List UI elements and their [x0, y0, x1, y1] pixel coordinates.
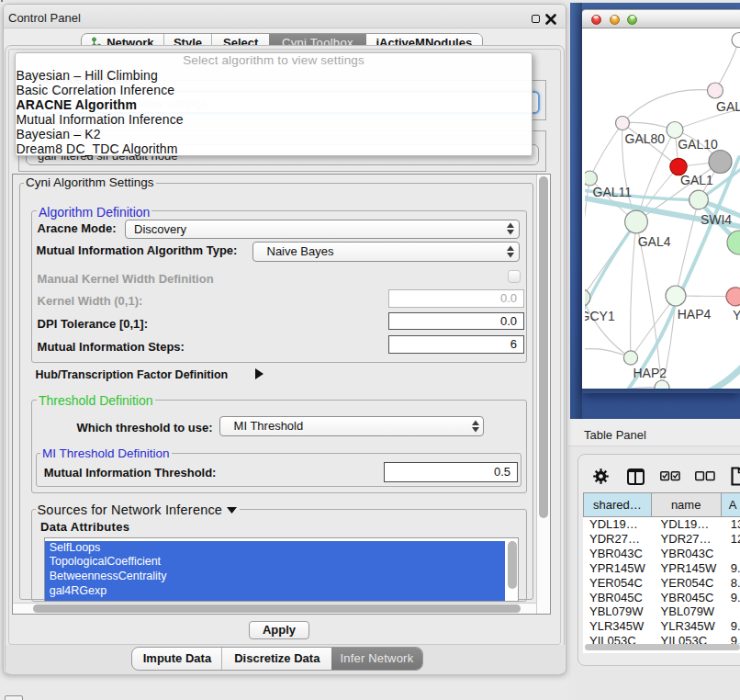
svg-text:GAL1: GAL1 [680, 173, 713, 187]
svg-text:GAL7: GAL7 [716, 99, 740, 114]
svg-text:GAL80: GAL80 [625, 130, 666, 145]
svg-text:YJ: YJ [733, 307, 740, 322]
svg-text:HAP2: HAP2 [633, 366, 667, 380]
svg-text:GAL11: GAL11 [593, 184, 633, 198]
svg-text:GCY1: GCY1 [585, 309, 615, 323]
svg-text:GAL10: GAL10 [678, 137, 718, 152]
svg-text:GAL4: GAL4 [638, 233, 671, 248]
svg-text:SWI4: SWI4 [701, 212, 732, 227]
svg-text:HAP4: HAP4 [678, 307, 712, 322]
